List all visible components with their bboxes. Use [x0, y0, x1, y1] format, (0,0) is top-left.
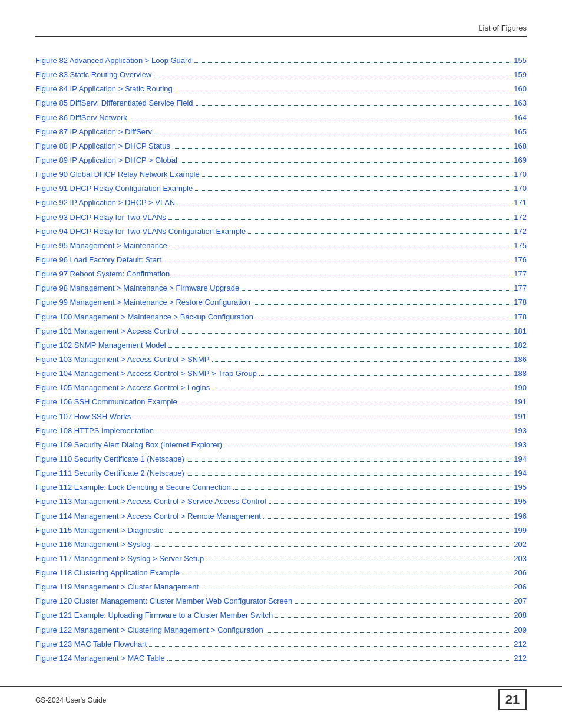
toc-link[interactable]: Figure 86 DiffServ Network — [35, 112, 127, 124]
toc-link[interactable]: Figure 106 SSH Communication Example — [35, 396, 177, 408]
toc-item: Figure 109 Security Alert Dialog Box (In… — [35, 439, 527, 451]
toc-link[interactable]: Figure 92 IP Application > DHCP > VLAN — [35, 197, 175, 209]
toc-link[interactable]: Figure 111 Security Certificate 2 (Netsc… — [35, 467, 184, 479]
toc-link[interactable]: Figure 114 Management > Access Control >… — [35, 510, 261, 522]
toc-item: Figure 117 Management > Syslog > Server … — [35, 553, 527, 565]
toc-link[interactable]: Figure 94 DHCP Relay for Two VLANs Confi… — [35, 226, 246, 238]
toc-page-number: 206 — [514, 567, 527, 579]
toc-dots — [187, 475, 511, 476]
toc-dots — [196, 105, 512, 106]
toc-link[interactable]: Figure 119 Management > Cluster Manageme… — [35, 581, 199, 593]
toc-link[interactable]: Figure 116 Management > Syslog — [35, 539, 150, 551]
toc-dots — [253, 304, 511, 305]
toc-page-number: 165 — [514, 126, 527, 138]
page-footer: GS-2024 User's Guide 21 — [0, 686, 562, 710]
toc-dots — [168, 347, 512, 348]
toc-item: Figure 106 SSH Communication Example191 — [35, 396, 527, 408]
toc-dots — [295, 603, 511, 604]
page: List of Figures Figure 82 Advanced Appli… — [0, 0, 562, 728]
toc-item: Figure 86 DiffServ Network164 — [35, 112, 527, 124]
toc-item: Figure 93 DHCP Relay for Two VLANs172 — [35, 212, 527, 223]
toc-dots — [167, 660, 511, 661]
toc-link[interactable]: Figure 96 Load Factory Default: Start — [35, 254, 161, 266]
toc-link[interactable]: Figure 120 Cluster Management: Cluster M… — [35, 595, 292, 607]
toc-item: Figure 103 Management > Access Control >… — [35, 354, 527, 365]
toc-page-number: 202 — [514, 539, 527, 551]
toc-link[interactable]: Figure 101 Management > Access Control — [35, 325, 178, 337]
toc-page-number: 191 — [514, 396, 527, 408]
toc-item: Figure 84 IP Application > Static Routin… — [35, 83, 527, 95]
toc-link[interactable]: Figure 112 Example: Lock Denoting a Secu… — [35, 482, 231, 493]
toc-link[interactable]: Figure 100 Management > Maintenance > Ba… — [35, 311, 253, 323]
toc-dots — [263, 518, 511, 519]
toc-item: Figure 124 Management > MAC Table212 — [35, 653, 527, 664]
toc-page-number: 155 — [514, 55, 527, 67]
toc-dots — [269, 503, 512, 504]
toc-page-number: 182 — [514, 340, 527, 351]
toc-item: Figure 95 Management > Maintenance175 — [35, 240, 527, 252]
toc-dots — [206, 561, 511, 561]
toc-link[interactable]: Figure 118 Clustering Application Exampl… — [35, 567, 180, 579]
toc-page-number: 186 — [514, 354, 527, 365]
toc-page-number: 163 — [514, 97, 527, 109]
toc-page-number: 190 — [514, 382, 527, 394]
toc-page-number: 188 — [514, 368, 527, 380]
toc-item: Figure 111 Security Certificate 2 (Netsc… — [35, 467, 527, 479]
toc-link[interactable]: Figure 115 Management > Diagnostic — [35, 525, 163, 536]
toc-link[interactable]: Figure 102 SNMP Management Model — [35, 340, 166, 351]
toc-item: Figure 115 Management > Diagnostic199 — [35, 525, 527, 536]
toc-dots — [133, 419, 511, 419]
toc-link[interactable]: Figure 97 Reboot System: Confirmation — [35, 268, 170, 280]
toc-page-number: 177 — [514, 282, 527, 294]
toc-dots — [266, 632, 512, 633]
toc-link[interactable]: Figure 110 Security Certificate 1 (Netsc… — [35, 453, 184, 465]
toc-link[interactable]: Figure 104 Management > Access Control >… — [35, 368, 257, 380]
toc-page-number: 196 — [514, 510, 527, 522]
toc-link[interactable]: Figure 113 Management > Access Control >… — [35, 496, 266, 508]
toc-link[interactable]: Figure 88 IP Application > DHCP Status — [35, 140, 170, 152]
toc-link[interactable]: Figure 95 Management > Maintenance — [35, 240, 167, 252]
toc-link[interactable]: Figure 124 Management > MAC Table — [35, 653, 165, 664]
toc-item: Figure 82 Advanced Application > Loop Gu… — [35, 55, 527, 67]
toc-link[interactable]: Figure 91 DHCP Relay Configuration Examp… — [35, 183, 193, 195]
toc-link[interactable]: Figure 117 Management > Syslog > Server … — [35, 553, 204, 565]
toc-page-number: 178 — [514, 311, 527, 323]
toc-link[interactable]: Figure 108 HTTPS Implementation — [35, 425, 154, 437]
toc-list: Figure 82 Advanced Application > Loop Gu… — [35, 55, 527, 664]
toc-item: Figure 116 Management > Syslog202 — [35, 539, 527, 551]
toc-link[interactable]: Figure 98 Management > Maintenance > Fir… — [35, 282, 239, 294]
toc-link[interactable]: Figure 107 How SSH Works — [35, 411, 131, 423]
toc-item: Figure 114 Management > Access Control >… — [35, 510, 527, 522]
toc-link[interactable]: Figure 87 IP Application > DiffServ — [35, 126, 152, 138]
toc-link[interactable]: Figure 103 Management > Access Control >… — [35, 354, 210, 365]
toc-page-number: 178 — [514, 297, 527, 308]
toc-dots — [212, 361, 512, 362]
toc-dots — [256, 319, 511, 319]
toc-dots — [149, 646, 511, 647]
toc-item: Figure 120 Cluster Management: Cluster M… — [35, 595, 527, 607]
toc-dots — [175, 91, 511, 91]
toc-link[interactable]: Figure 105 Management > Access Control >… — [35, 382, 210, 394]
toc-item: Figure 110 Security Certificate 1 (Netsc… — [35, 453, 527, 465]
toc-link[interactable]: Figure 82 Advanced Application > Loop Gu… — [35, 55, 192, 67]
toc-item: Figure 92 IP Application > DHCP > VLAN17… — [35, 197, 527, 209]
toc-link[interactable]: Figure 123 MAC Table Flowchart — [35, 638, 147, 650]
toc-link[interactable]: Figure 83 Static Routing Overview — [35, 69, 151, 81]
toc-link[interactable]: Figure 93 DHCP Relay for Two VLANs — [35, 212, 166, 223]
toc-link[interactable]: Figure 122 Management > Clustering Manag… — [35, 624, 263, 636]
toc-item: Figure 122 Management > Clustering Manag… — [35, 624, 527, 636]
toc-item: Figure 89 IP Application > DHCP > Global… — [35, 154, 527, 166]
toc-dots — [168, 219, 511, 220]
toc-dots — [224, 447, 511, 447]
toc-item: Figure 96 Load Factory Default: Start176 — [35, 254, 527, 266]
toc-page-number: 212 — [514, 638, 527, 650]
toc-link[interactable]: Figure 90 Global DHCP Relay Network Exam… — [35, 169, 200, 180]
toc-link[interactable]: Figure 84 IP Application > Static Routin… — [35, 83, 173, 95]
toc-link[interactable]: Figure 85 DiffServ: Differentiated Servi… — [35, 97, 193, 109]
toc-link[interactable]: Figure 89 IP Application > DHCP > Global — [35, 154, 177, 166]
toc-link[interactable]: Figure 121 Example: Uploading Firmware t… — [35, 610, 273, 621]
toc-link[interactable]: Figure 99 Management > Maintenance > Res… — [35, 297, 250, 308]
toc-link[interactable]: Figure 109 Security Alert Dialog Box (In… — [35, 439, 222, 451]
toc-page-number: 194 — [514, 453, 527, 465]
toc-item: Figure 97 Reboot System: Confirmation177 — [35, 268, 527, 280]
